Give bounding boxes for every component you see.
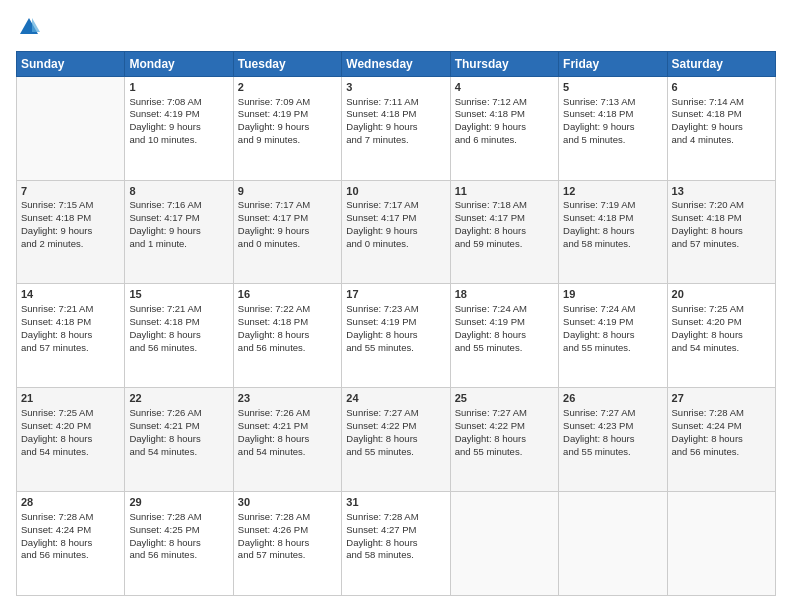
cell-info: Sunrise: 7:08 AM <box>129 96 228 109</box>
cell-info: Sunrise: 7:15 AM <box>21 199 120 212</box>
calendar-cell: 4Sunrise: 7:12 AMSunset: 4:18 PMDaylight… <box>450 76 558 180</box>
day-number: 19 <box>563 287 662 302</box>
calendar-cell <box>667 492 775 596</box>
cell-info: and 57 minutes. <box>21 342 120 355</box>
cell-info: and 57 minutes. <box>672 238 771 251</box>
cell-info: and 7 minutes. <box>346 134 445 147</box>
cell-info: and 10 minutes. <box>129 134 228 147</box>
day-number: 4 <box>455 80 554 95</box>
cell-info: and 54 minutes. <box>672 342 771 355</box>
cell-info: Sunset: 4:27 PM <box>346 524 445 537</box>
day-number: 14 <box>21 287 120 302</box>
day-number: 27 <box>672 391 771 406</box>
calendar-header-thursday: Thursday <box>450 51 558 76</box>
calendar-cell: 19Sunrise: 7:24 AMSunset: 4:19 PMDayligh… <box>559 284 667 388</box>
cell-info: Sunrise: 7:22 AM <box>238 303 337 316</box>
calendar-cell: 12Sunrise: 7:19 AMSunset: 4:18 PMDayligh… <box>559 180 667 284</box>
day-number: 7 <box>21 184 120 199</box>
cell-info: Sunset: 4:17 PM <box>129 212 228 225</box>
cell-info: Sunrise: 7:12 AM <box>455 96 554 109</box>
cell-info: Daylight: 8 hours <box>21 329 120 342</box>
day-number: 15 <box>129 287 228 302</box>
cell-info: Daylight: 8 hours <box>346 433 445 446</box>
cell-info: and 0 minutes. <box>346 238 445 251</box>
cell-info: Daylight: 8 hours <box>563 225 662 238</box>
cell-info: and 58 minutes. <box>346 549 445 562</box>
cell-info: Daylight: 9 hours <box>129 121 228 134</box>
cell-info: and 4 minutes. <box>672 134 771 147</box>
day-number: 9 <box>238 184 337 199</box>
logo-icon <box>18 16 40 38</box>
calendar-cell: 13Sunrise: 7:20 AMSunset: 4:18 PMDayligh… <box>667 180 775 284</box>
calendar-cell: 14Sunrise: 7:21 AMSunset: 4:18 PMDayligh… <box>17 284 125 388</box>
day-number: 25 <box>455 391 554 406</box>
day-number: 24 <box>346 391 445 406</box>
cell-info: Sunrise: 7:27 AM <box>455 407 554 420</box>
cell-info: and 54 minutes. <box>129 446 228 459</box>
cell-info: and 2 minutes. <box>21 238 120 251</box>
cell-info: and 5 minutes. <box>563 134 662 147</box>
calendar-cell <box>450 492 558 596</box>
logo <box>16 16 40 43</box>
cell-info: and 55 minutes. <box>455 446 554 459</box>
calendar-header-tuesday: Tuesday <box>233 51 341 76</box>
cell-info: Sunrise: 7:26 AM <box>129 407 228 420</box>
day-number: 29 <box>129 495 228 510</box>
cell-info: Sunset: 4:23 PM <box>563 420 662 433</box>
cell-info: Daylight: 8 hours <box>672 329 771 342</box>
calendar-table: SundayMondayTuesdayWednesdayThursdayFrid… <box>16 51 776 596</box>
cell-info: Sunset: 4:19 PM <box>129 108 228 121</box>
cell-info: Sunrise: 7:28 AM <box>238 511 337 524</box>
calendar-cell: 8Sunrise: 7:16 AMSunset: 4:17 PMDaylight… <box>125 180 233 284</box>
cell-info: Sunrise: 7:23 AM <box>346 303 445 316</box>
cell-info: Daylight: 8 hours <box>455 225 554 238</box>
day-number: 3 <box>346 80 445 95</box>
cell-info: Daylight: 8 hours <box>129 537 228 550</box>
cell-info: Daylight: 9 hours <box>238 121 337 134</box>
cell-info: and 56 minutes. <box>129 549 228 562</box>
cell-info: Sunset: 4:17 PM <box>455 212 554 225</box>
cell-info: Sunrise: 7:28 AM <box>346 511 445 524</box>
cell-info: Sunset: 4:26 PM <box>238 524 337 537</box>
cell-info: Sunset: 4:24 PM <box>672 420 771 433</box>
cell-info: and 59 minutes. <box>455 238 554 251</box>
cell-info: and 55 minutes. <box>346 342 445 355</box>
calendar-week-row: 7Sunrise: 7:15 AMSunset: 4:18 PMDaylight… <box>17 180 776 284</box>
calendar-week-row: 14Sunrise: 7:21 AMSunset: 4:18 PMDayligh… <box>17 284 776 388</box>
cell-info: Sunset: 4:19 PM <box>238 108 337 121</box>
calendar-cell: 28Sunrise: 7:28 AMSunset: 4:24 PMDayligh… <box>17 492 125 596</box>
calendar-cell: 11Sunrise: 7:18 AMSunset: 4:17 PMDayligh… <box>450 180 558 284</box>
calendar-cell: 3Sunrise: 7:11 AMSunset: 4:18 PMDaylight… <box>342 76 450 180</box>
calendar-cell: 2Sunrise: 7:09 AMSunset: 4:19 PMDaylight… <box>233 76 341 180</box>
cell-info: Sunset: 4:18 PM <box>21 316 120 329</box>
cell-info: and 6 minutes. <box>455 134 554 147</box>
calendar-cell: 5Sunrise: 7:13 AMSunset: 4:18 PMDaylight… <box>559 76 667 180</box>
day-number: 12 <box>563 184 662 199</box>
cell-info: Sunset: 4:18 PM <box>455 108 554 121</box>
cell-info: and 56 minutes. <box>238 342 337 355</box>
page: SundayMondayTuesdayWednesdayThursdayFrid… <box>0 0 792 612</box>
cell-info: Sunset: 4:19 PM <box>455 316 554 329</box>
cell-info: Sunrise: 7:27 AM <box>563 407 662 420</box>
calendar-cell: 15Sunrise: 7:21 AMSunset: 4:18 PMDayligh… <box>125 284 233 388</box>
calendar-header-row: SundayMondayTuesdayWednesdayThursdayFrid… <box>17 51 776 76</box>
day-number: 6 <box>672 80 771 95</box>
cell-info: and 9 minutes. <box>238 134 337 147</box>
calendar-cell <box>559 492 667 596</box>
cell-info: Daylight: 8 hours <box>563 433 662 446</box>
cell-info: Sunrise: 7:28 AM <box>129 511 228 524</box>
cell-info: Sunrise: 7:16 AM <box>129 199 228 212</box>
cell-info: and 56 minutes. <box>21 549 120 562</box>
cell-info: Sunrise: 7:14 AM <box>672 96 771 109</box>
cell-info: Daylight: 8 hours <box>129 329 228 342</box>
day-number: 23 <box>238 391 337 406</box>
cell-info: Sunrise: 7:18 AM <box>455 199 554 212</box>
cell-info: Sunset: 4:18 PM <box>672 212 771 225</box>
cell-info: Sunset: 4:22 PM <box>455 420 554 433</box>
cell-info: Sunrise: 7:09 AM <box>238 96 337 109</box>
cell-info: Daylight: 9 hours <box>129 225 228 238</box>
calendar-cell: 6Sunrise: 7:14 AMSunset: 4:18 PMDaylight… <box>667 76 775 180</box>
cell-info: Sunset: 4:18 PM <box>563 108 662 121</box>
calendar-cell: 30Sunrise: 7:28 AMSunset: 4:26 PMDayligh… <box>233 492 341 596</box>
cell-info: Sunrise: 7:21 AM <box>21 303 120 316</box>
